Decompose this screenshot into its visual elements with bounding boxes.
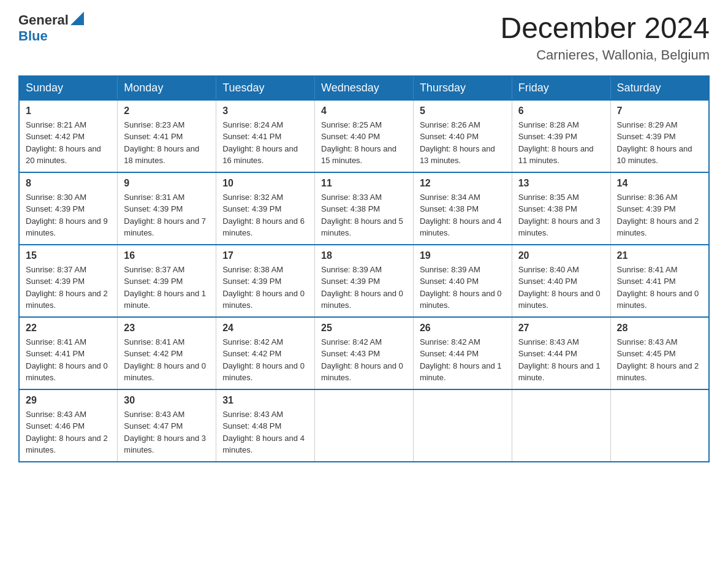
day-number: 6 <box>518 105 604 117</box>
day-number: 30 <box>124 395 210 406</box>
weekday-header-thursday: Thursday <box>413 76 512 100</box>
day-info: Sunrise: 8:37 AM Sunset: 4:39 PM Dayligh… <box>124 264 210 312</box>
day-info: Sunrise: 8:43 AM Sunset: 4:46 PM Dayligh… <box>26 408 111 456</box>
calendar-day-cell: 6 Sunrise: 8:28 AM Sunset: 4:39 PM Dayli… <box>512 100 610 172</box>
day-info: Sunrise: 8:33 AM Sunset: 4:38 PM Dayligh… <box>321 191 407 239</box>
calendar-day-cell <box>413 389 512 462</box>
day-number: 13 <box>518 178 604 189</box>
calendar-day-cell: 8 Sunrise: 8:30 AM Sunset: 4:39 PM Dayli… <box>19 172 118 245</box>
day-number: 8 <box>26 178 111 189</box>
calendar-day-cell: 25 Sunrise: 8:42 AM Sunset: 4:43 PM Dayl… <box>315 317 414 389</box>
weekday-header-tuesday: Tuesday <box>216 76 315 100</box>
day-number: 2 <box>124 105 210 117</box>
calendar-day-cell: 9 Sunrise: 8:31 AM Sunset: 4:39 PM Dayli… <box>118 172 216 245</box>
day-info: Sunrise: 8:31 AM Sunset: 4:39 PM Dayligh… <box>124 191 210 239</box>
logo-general-text: General <box>18 12 69 28</box>
day-number: 1 <box>26 105 111 117</box>
day-number: 22 <box>26 323 111 334</box>
day-info: Sunrise: 8:42 AM Sunset: 4:44 PM Dayligh… <box>420 336 506 384</box>
svg-marker-0 <box>70 12 84 25</box>
logo-blue-text: Blue <box>18 28 48 44</box>
logo-triangle-icon <box>70 12 84 25</box>
calendar-day-cell: 19 Sunrise: 8:39 AM Sunset: 4:40 PM Dayl… <box>413 245 512 317</box>
day-number: 3 <box>222 105 308 117</box>
day-info: Sunrise: 8:42 AM Sunset: 4:43 PM Dayligh… <box>321 336 407 384</box>
day-number: 16 <box>124 250 210 261</box>
day-info: Sunrise: 8:26 AM Sunset: 4:40 PM Dayligh… <box>420 119 506 167</box>
calendar-day-cell: 29 Sunrise: 8:43 AM Sunset: 4:46 PM Dayl… <box>19 389 118 462</box>
page-header: General Blue December 2024 Carnieres, Wa… <box>18 12 710 63</box>
calendar-day-cell: 18 Sunrise: 8:39 AM Sunset: 4:39 PM Dayl… <box>315 245 414 317</box>
calendar-day-cell: 22 Sunrise: 8:41 AM Sunset: 4:41 PM Dayl… <box>19 317 118 389</box>
weekday-header-row: SundayMondayTuesdayWednesdayThursdayFrid… <box>19 76 709 100</box>
day-number: 25 <box>321 323 407 334</box>
day-number: 5 <box>420 105 506 117</box>
day-info: Sunrise: 8:34 AM Sunset: 4:38 PM Dayligh… <box>420 191 506 239</box>
calendar-day-cell: 16 Sunrise: 8:37 AM Sunset: 4:39 PM Dayl… <box>118 245 216 317</box>
calendar-day-cell: 30 Sunrise: 8:43 AM Sunset: 4:47 PM Dayl… <box>118 389 216 462</box>
calendar-day-cell: 27 Sunrise: 8:43 AM Sunset: 4:44 PM Dayl… <box>512 317 610 389</box>
day-number: 19 <box>420 250 506 261</box>
day-number: 21 <box>617 250 702 261</box>
day-number: 27 <box>518 323 604 334</box>
calendar-week-row: 15 Sunrise: 8:37 AM Sunset: 4:39 PM Dayl… <box>19 245 709 317</box>
day-info: Sunrise: 8:43 AM Sunset: 4:45 PM Dayligh… <box>617 336 702 384</box>
calendar-day-cell: 11 Sunrise: 8:33 AM Sunset: 4:38 PM Dayl… <box>315 172 414 245</box>
day-info: Sunrise: 8:28 AM Sunset: 4:39 PM Dayligh… <box>518 119 604 167</box>
weekday-header-friday: Friday <box>512 76 610 100</box>
weekday-header-monday: Monday <box>118 76 216 100</box>
calendar-day-cell: 15 Sunrise: 8:37 AM Sunset: 4:39 PM Dayl… <box>19 245 118 317</box>
month-title: December 2024 <box>500 12 710 45</box>
day-number: 11 <box>321 178 407 189</box>
calendar-week-row: 8 Sunrise: 8:30 AM Sunset: 4:39 PM Dayli… <box>19 172 709 245</box>
day-number: 15 <box>26 250 111 261</box>
day-info: Sunrise: 8:43 AM Sunset: 4:44 PM Dayligh… <box>518 336 604 384</box>
logo: General Blue <box>18 12 84 44</box>
calendar-day-cell: 21 Sunrise: 8:41 AM Sunset: 4:41 PM Dayl… <box>610 245 709 317</box>
day-info: Sunrise: 8:41 AM Sunset: 4:41 PM Dayligh… <box>617 264 702 312</box>
day-number: 29 <box>26 395 111 406</box>
calendar-day-cell: 17 Sunrise: 8:38 AM Sunset: 4:39 PM Dayl… <box>216 245 315 317</box>
day-info: Sunrise: 8:41 AM Sunset: 4:42 PM Dayligh… <box>124 336 210 384</box>
calendar-week-row: 22 Sunrise: 8:41 AM Sunset: 4:41 PM Dayl… <box>19 317 709 389</box>
day-number: 24 <box>222 323 308 334</box>
day-number: 12 <box>420 178 506 189</box>
calendar-day-cell <box>315 389 414 462</box>
calendar-day-cell: 7 Sunrise: 8:29 AM Sunset: 4:39 PM Dayli… <box>610 100 709 172</box>
calendar-day-cell: 1 Sunrise: 8:21 AM Sunset: 4:42 PM Dayli… <box>19 100 118 172</box>
calendar-day-cell <box>610 389 709 462</box>
calendar-day-cell <box>512 389 610 462</box>
calendar-week-row: 1 Sunrise: 8:21 AM Sunset: 4:42 PM Dayli… <box>19 100 709 172</box>
day-info: Sunrise: 8:30 AM Sunset: 4:39 PM Dayligh… <box>26 191 111 239</box>
calendar-day-cell: 5 Sunrise: 8:26 AM Sunset: 4:40 PM Dayli… <box>413 100 512 172</box>
day-info: Sunrise: 8:21 AM Sunset: 4:42 PM Dayligh… <box>26 119 111 167</box>
day-number: 31 <box>222 395 308 406</box>
calendar-day-cell: 24 Sunrise: 8:42 AM Sunset: 4:42 PM Dayl… <box>216 317 315 389</box>
calendar-day-cell: 4 Sunrise: 8:25 AM Sunset: 4:40 PM Dayli… <box>315 100 414 172</box>
day-info: Sunrise: 8:42 AM Sunset: 4:42 PM Dayligh… <box>222 336 308 384</box>
day-info: Sunrise: 8:32 AM Sunset: 4:39 PM Dayligh… <box>222 191 308 239</box>
day-number: 28 <box>617 323 702 334</box>
day-number: 20 <box>518 250 604 261</box>
day-info: Sunrise: 8:38 AM Sunset: 4:39 PM Dayligh… <box>222 264 308 312</box>
day-info: Sunrise: 8:39 AM Sunset: 4:40 PM Dayligh… <box>420 264 506 312</box>
location-subtitle: Carnieres, Wallonia, Belgium <box>500 47 710 63</box>
day-info: Sunrise: 8:41 AM Sunset: 4:41 PM Dayligh… <box>26 336 111 384</box>
calendar-day-cell: 12 Sunrise: 8:34 AM Sunset: 4:38 PM Dayl… <box>413 172 512 245</box>
day-number: 17 <box>222 250 308 261</box>
title-section: December 2024 Carnieres, Wallonia, Belgi… <box>500 12 710 63</box>
day-info: Sunrise: 8:25 AM Sunset: 4:40 PM Dayligh… <box>321 119 407 167</box>
weekday-header-saturday: Saturday <box>610 76 709 100</box>
day-info: Sunrise: 8:36 AM Sunset: 4:39 PM Dayligh… <box>617 191 702 239</box>
day-info: Sunrise: 8:37 AM Sunset: 4:39 PM Dayligh… <box>26 264 111 312</box>
day-info: Sunrise: 8:23 AM Sunset: 4:41 PM Dayligh… <box>124 119 210 167</box>
weekday-header-wednesday: Wednesday <box>315 76 414 100</box>
day-number: 4 <box>321 105 407 117</box>
calendar-day-cell: 20 Sunrise: 8:40 AM Sunset: 4:40 PM Dayl… <box>512 245 610 317</box>
day-number: 23 <box>124 323 210 334</box>
calendar-day-cell: 23 Sunrise: 8:41 AM Sunset: 4:42 PM Dayl… <box>118 317 216 389</box>
day-info: Sunrise: 8:24 AM Sunset: 4:41 PM Dayligh… <box>222 119 308 167</box>
day-number: 9 <box>124 178 210 189</box>
calendar-day-cell: 14 Sunrise: 8:36 AM Sunset: 4:39 PM Dayl… <box>610 172 709 245</box>
calendar-day-cell: 3 Sunrise: 8:24 AM Sunset: 4:41 PM Dayli… <box>216 100 315 172</box>
